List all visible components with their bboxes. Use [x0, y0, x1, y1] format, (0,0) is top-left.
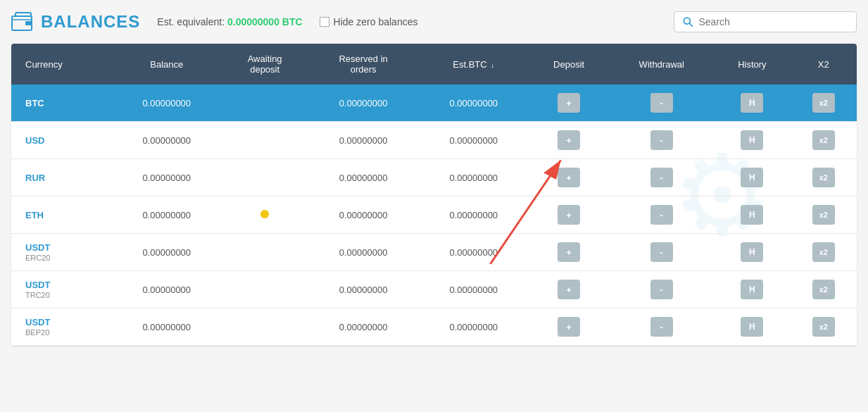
withdraw-button[interactable]: - [650, 93, 673, 113]
cell-reserved: 0.00000000 [308, 85, 419, 122]
title-wrap: BALANCES [11, 12, 140, 32]
cell-history: H [714, 196, 791, 234]
cell-x2: x2 [791, 271, 857, 308]
x2-button[interactable]: x2 [812, 93, 835, 113]
deposit-button[interactable]: + [558, 317, 580, 337]
deposit-button[interactable]: + [558, 205, 580, 225]
cell-awaiting [222, 85, 308, 122]
x2-button[interactable]: x2 [812, 130, 835, 150]
currency-link[interactable]: USDT [25, 242, 50, 254]
currency-link[interactable]: USDT [25, 280, 50, 291]
table-header-row: Currency Balance Awaitingdeposit Reserve… [11, 44, 857, 85]
cell-deposit: + [529, 122, 610, 159]
awaiting-dot [260, 210, 269, 218]
col-deposit: Deposit [529, 44, 610, 85]
cell-reserved: 0.00000000 [308, 271, 419, 308]
col-awaiting: Awaitingdeposit [222, 44, 308, 85]
x2-button[interactable]: x2 [812, 168, 835, 187]
est-value: 0.00000000 BTC [227, 16, 303, 27]
withdraw-button[interactable]: - [650, 130, 673, 150]
cell-balance: 0.00000000 [112, 271, 222, 308]
col-reserved: Reserved inorders [308, 44, 419, 85]
cell-estbtc: 0.00000000 [419, 159, 529, 196]
table-row: USDTTRC200.000000000.000000000.00000000+… [11, 271, 857, 308]
est-equivalent: Est. equivalent: 0.00000000 BTC [157, 16, 302, 27]
currency-link[interactable]: BTC [25, 98, 44, 108]
cell-currency: ETH [11, 196, 112, 234]
search-box[interactable] [674, 11, 857, 32]
currency-link[interactable]: RUR [25, 173, 45, 183]
currency-link[interactable]: USDT [25, 317, 50, 328]
cell-balance: 0.00000000 [112, 234, 222, 271]
table-body: BTC0.000000000.000000000.00000000+-Hx2US… [11, 85, 857, 346]
col-x2: X2 [791, 44, 857, 85]
deposit-button[interactable]: + [558, 280, 580, 299]
wallet-icon [11, 12, 34, 32]
search-input[interactable] [698, 16, 848, 27]
cell-currency: BTC [11, 85, 112, 122]
currency-link[interactable]: ETH [25, 210, 44, 220]
cell-awaiting [222, 122, 308, 159]
deposit-button[interactable]: + [558, 242, 580, 262]
history-button[interactable]: H [741, 242, 763, 262]
table-row: USDTBEP200.000000000.000000000.00000000+… [11, 308, 857, 346]
est-label: Est. equivalent: [157, 16, 225, 27]
currency-link[interactable]: USD [25, 135, 44, 146]
cell-awaiting [222, 196, 308, 234]
history-button[interactable]: H [741, 93, 763, 113]
table-row: USD0.000000000.000000000.00000000+-Hx2 [11, 122, 857, 159]
cell-history: H [714, 85, 791, 122]
x2-button[interactable]: x2 [812, 280, 835, 299]
x2-button[interactable]: x2 [812, 205, 835, 225]
cell-reserved: 0.00000000 [308, 122, 419, 159]
withdraw-button[interactable]: - [650, 242, 673, 262]
withdraw-button[interactable]: - [650, 168, 673, 187]
col-withdrawal: Withdrawal [609, 44, 714, 85]
history-button[interactable]: H [741, 280, 763, 299]
cell-history: H [714, 159, 791, 196]
cell-estbtc: 0.00000000 [419, 122, 529, 159]
history-button[interactable]: H [741, 205, 763, 225]
cell-reserved: 0.00000000 [308, 159, 419, 196]
cell-reserved: 0.00000000 [308, 308, 419, 346]
cell-estbtc: 0.00000000 [419, 196, 529, 234]
hide-zero-checkbox[interactable] [320, 17, 329, 27]
cell-awaiting [222, 159, 308, 196]
cell-currency: USDTBEP20 [11, 308, 112, 346]
cell-balance: 0.00000000 [112, 196, 222, 234]
table-row: BTC0.000000000.000000000.00000000+-Hx2 [11, 85, 857, 122]
cell-currency: USDTTRC20 [11, 271, 112, 308]
cell-withdrawal: - [609, 308, 714, 346]
cell-x2: x2 [791, 85, 857, 122]
deposit-button[interactable]: + [558, 130, 580, 150]
cell-history: H [714, 271, 791, 308]
cell-balance: 0.00000000 [112, 159, 222, 196]
x2-button[interactable]: x2 [812, 242, 835, 262]
x2-button[interactable]: x2 [812, 317, 835, 337]
sort-arrow-icon: ↓ [491, 61, 494, 69]
withdraw-button[interactable]: - [650, 280, 673, 299]
cell-x2: x2 [791, 196, 857, 234]
withdraw-button[interactable]: - [650, 317, 673, 337]
col-estbtc[interactable]: Est.BTC ↓ [419, 44, 529, 85]
col-currency: Currency [11, 44, 112, 85]
cell-withdrawal: - [609, 122, 714, 159]
cell-history: H [714, 234, 791, 271]
cell-withdrawal: - [609, 234, 714, 271]
history-button[interactable]: H [741, 130, 763, 150]
history-button[interactable]: H [741, 168, 763, 187]
cell-withdrawal: - [609, 85, 714, 122]
cell-deposit: + [529, 271, 610, 308]
cell-balance: 0.00000000 [112, 85, 222, 122]
cell-awaiting [222, 234, 308, 271]
withdraw-button[interactable]: - [650, 205, 673, 225]
page-header: BALANCES Est. equivalent: 0.00000000 BTC… [11, 11, 857, 32]
cell-reserved: 0.00000000 [308, 234, 419, 271]
deposit-button[interactable]: + [558, 93, 580, 113]
hide-zero-label: Hide zero balances [334, 16, 418, 27]
table-row: USDTERC200.000000000.000000000.00000000+… [11, 234, 857, 271]
deposit-button[interactable]: + [558, 168, 580, 187]
cell-deposit: + [529, 234, 610, 271]
hide-zero-wrap[interactable]: Hide zero balances [320, 16, 418, 27]
history-button[interactable]: H [741, 317, 763, 337]
